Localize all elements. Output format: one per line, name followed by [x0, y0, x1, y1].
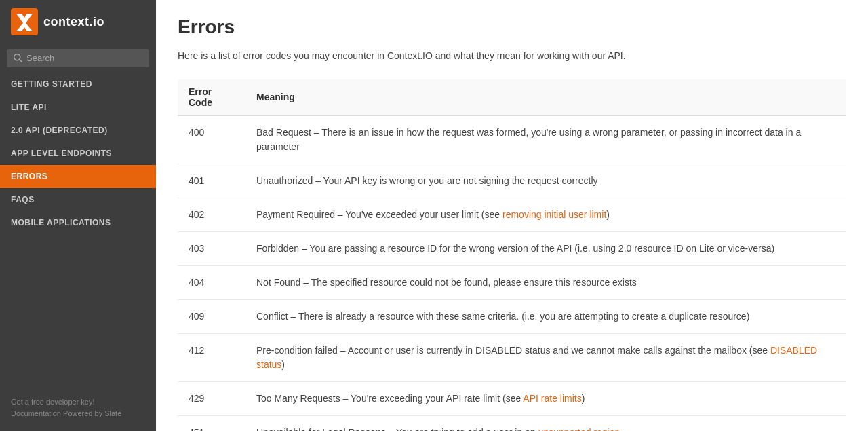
intro-text: Here is a list of error codes you may en… — [178, 49, 846, 63]
logo-icon — [11, 8, 38, 35]
error-code: 404 — [178, 266, 245, 300]
error-code: 402 — [178, 198, 245, 232]
error-meaning: Not Found – The specified resource could… — [245, 266, 846, 300]
error-code: 401 — [178, 164, 245, 198]
error-meaning: Conflict – There is already a resource w… — [245, 300, 846, 334]
footer-line1: Get a free developer key! — [11, 396, 145, 409]
main-content: Errors Here is a list of error codes you… — [156, 0, 868, 431]
error-code: 451 — [178, 416, 245, 432]
error-meaning: Pre-condition failed – Account or user i… — [245, 334, 846, 382]
sidebar: context.io GETTING STARTED LITE API 2.0 … — [0, 0, 156, 431]
unsupported-region-link[interactable]: unsupported region — [538, 427, 620, 431]
error-meaning: Payment Required – You've exceeded your … — [245, 198, 846, 232]
error-meaning: Too Many Requests – You're exceeding you… — [245, 382, 846, 416]
sidebar-item-getting-started[interactable]: GETTING STARTED — [0, 73, 156, 96]
error-code: 409 — [178, 300, 245, 334]
table-row: 412 Pre-condition failed – Account or us… — [178, 334, 846, 382]
sidebar-item-errors[interactable]: ERRORS — [0, 165, 156, 188]
error-code: 400 — [178, 115, 245, 164]
table-row: 402 Payment Required – You've exceeded y… — [178, 198, 846, 232]
sidebar-item-faqs[interactable]: FAQS — [0, 188, 156, 211]
svg-line-3 — [20, 60, 22, 62]
table-row: 403 Forbidden – You are passing a resour… — [178, 232, 846, 266]
table-row: 409 Conflict – There is already a resour… — [178, 300, 846, 334]
error-code: 429 — [178, 382, 245, 416]
error-meaning: Unavailable for Legal Reasons – You are … — [245, 416, 846, 432]
logo-area: context.io — [0, 0, 156, 43]
col-header-code: Error Code — [178, 79, 245, 115]
error-meaning: Bad Request – There is an issue in how t… — [245, 115, 846, 164]
sidebar-item-2-0-api[interactable]: 2.0 API (DEPRECATED) — [0, 119, 156, 142]
search-icon — [14, 54, 22, 62]
sidebar-item-mobile-applications[interactable]: MOBILE APPLICATIONS — [0, 211, 156, 234]
sidebar-item-app-level-endpoints[interactable]: APP LEVEL ENDPOINTS — [0, 142, 156, 165]
api-rate-limits-link[interactable]: API rate limits — [523, 393, 581, 404]
nav-menu: GETTING STARTED LITE API 2.0 API (DEPREC… — [0, 73, 156, 234]
table-row: 400 Bad Request – There is an issue in h… — [178, 115, 846, 164]
error-code: 412 — [178, 334, 245, 382]
logo-text: context.io — [43, 15, 104, 29]
error-meaning: Forbidden – You are passing a resource I… — [245, 232, 846, 266]
sidebar-item-lite-api[interactable]: LITE API — [0, 96, 156, 119]
search-input[interactable] — [26, 53, 142, 63]
search-box[interactable] — [7, 49, 149, 67]
sidebar-footer: Get a free developer key! Documentation … — [0, 386, 156, 431]
error-meaning: Unauthorized – Your API key is wrong or … — [245, 164, 846, 198]
footer-line2: Documentation Powered by Slate — [11, 408, 145, 420]
table-row: 401 Unauthorized – Your API key is wrong… — [178, 164, 846, 198]
page-title: Errors — [178, 16, 846, 38]
error-code: 403 — [178, 232, 245, 266]
errors-table: Error Code Meaning 400 Bad Request – The… — [178, 79, 846, 431]
table-row: 404 Not Found – The specified resource c… — [178, 266, 846, 300]
table-row: 429 Too Many Requests – You're exceeding… — [178, 382, 846, 416]
table-row: 451 Unavailable for Legal Reasons – You … — [178, 416, 846, 432]
col-header-meaning: Meaning — [245, 79, 846, 115]
removing-initial-user-limit-link[interactable]: removing initial user limit — [502, 209, 606, 220]
